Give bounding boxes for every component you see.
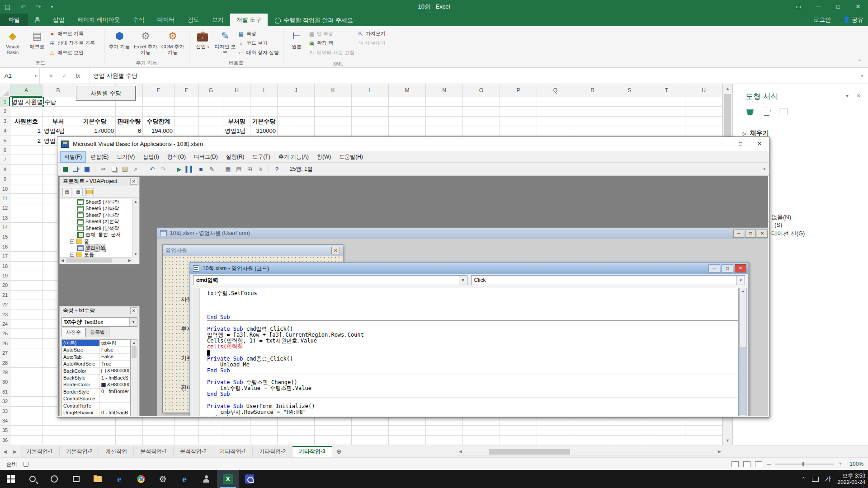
designer-restore-button[interactable]: □ [745,230,756,238]
cut-icon[interactable]: ✂ [99,165,108,174]
ribbon-tab-파일[interactable]: 파일 [0,14,28,26]
cell-M34[interactable] [389,416,426,426]
sheet-tab-기타작업-3[interactable]: 기타작업-3 [292,446,332,457]
cell-A2[interactable] [10,107,42,116]
row-header-11[interactable]: 11 [0,194,10,203]
cell-J3[interactable] [278,117,315,126]
cell-F3[interactable] [175,117,199,126]
addins-button[interactable]: ⬢ 추가 기능 [108,28,131,50]
sheet-tab-계산작업[interactable]: 계산작업 [99,446,134,457]
sheet-tab-기타작업-1[interactable]: 기타작업-1 [213,446,253,457]
object-selector-combo[interactable]: txt수량 TextBox ▾ [61,317,137,327]
cell-J36[interactable] [278,436,315,445]
designer-titlebar[interactable]: 10회.xlsm - 영업사원 (UserForm) ─ □ ✕ [157,228,768,239]
row-header-12[interactable]: 12 [0,203,10,213]
cell-L36[interactable] [352,436,389,445]
cell-T1[interactable] [648,97,685,107]
toggle-folders-icon[interactable] [85,188,94,196]
cell-J1[interactable] [278,97,315,107]
save-icon[interactable] [83,165,91,174]
cell-N4[interactable] [426,126,463,136]
property-value[interactable]: False [100,347,130,353]
cell-A27[interactable] [10,348,42,358]
vba-menu-실행(R)[interactable]: 실행(R) [222,152,248,162]
display-tray-icon[interactable] [812,477,819,482]
cell-N34[interactable] [426,416,463,426]
cell-A5[interactable]: 2 [10,136,42,145]
cell-P2[interactable] [500,107,537,116]
new-sheet-button[interactable]: ⊕ [332,446,346,457]
row-header-25[interactable]: 25 [0,329,10,338]
cell-A20[interactable] [10,281,42,290]
row-header-16[interactable]: 16 [0,242,10,252]
cell-R35[interactable] [574,426,611,435]
cell-A34[interactable] [10,416,42,426]
column-header-P[interactable]: P [500,84,537,97]
column-header-N[interactable]: N [426,84,463,97]
cell-F36[interactable] [175,436,199,445]
cell-C2[interactable] [74,107,116,116]
cell-K36[interactable] [315,436,352,445]
ribbon-tab-수식[interactable]: 수식 [127,14,151,26]
normal-view-icon[interactable] [731,461,739,467]
cell-I1[interactable] [250,97,278,107]
taskbar-icon-task-view[interactable] [65,470,87,488]
cell-A29[interactable] [10,368,42,377]
run-icon[interactable]: ▶ [175,165,184,174]
column-header-K[interactable]: K [315,84,352,97]
row-header-3[interactable]: 3 [0,117,10,126]
cell-Q4[interactable] [537,126,574,136]
row-header-20[interactable]: 20 [0,281,10,290]
row-header-35[interactable]: 35 [0,426,10,435]
property-row-ControlTipTe[interactable]: ControlTipTe [62,403,130,409]
cell-P1[interactable] [500,97,537,107]
properties-close-icon[interactable]: ✕ [130,307,137,314]
property-row-BorderColor[interactable]: BorderColor&H8000000 [62,381,130,388]
vba-menu-보기(V)[interactable]: 보기(V) [113,152,138,162]
taskbar-icon-cortana[interactable] [43,470,65,488]
column-header-M[interactable]: M [389,84,426,97]
insert-control-button[interactable]: 💼 삽입 ▾ [191,28,214,50]
cell-L34[interactable] [352,416,389,426]
property-value[interactable]: txt수량 [100,340,130,346]
row-header-29[interactable]: 29 [0,368,10,377]
cell-A19[interactable] [10,271,42,281]
expansion-packs-button[interactable]: ▣ 확장 팩 [308,38,333,48]
cell-A3[interactable]: 사원번호 [10,117,42,126]
column-header-I[interactable]: I [250,84,278,97]
cell-H2[interactable] [223,107,250,116]
reset-icon[interactable]: ■ [197,165,205,174]
cell-T34[interactable] [648,416,685,426]
cell-A11[interactable] [10,194,42,203]
zoom-slider[interactable] [775,464,834,465]
code-editor[interactable]: txt수량.SetFocus End Sub Private Sub cmd입력… [192,288,739,416]
record-macro-button[interactable]: ● 매크로 기록 [49,29,84,38]
pane-option-fragment[interactable]: 데이션 선(G) [771,230,805,238]
property-row-ControlSource[interactable]: ControlSource [62,395,130,402]
cell-C3[interactable]: 기본수당 [74,117,116,126]
row-header-27[interactable]: 27 [0,348,10,358]
cell-S2[interactable] [611,107,648,116]
tab-scroll-right-icon[interactable]: ▶ [10,446,20,457]
code-line[interactable]: cells(입력행 [207,344,738,350]
property-value[interactable]: 0 - fmBorder [100,389,130,395]
cell-A16[interactable] [10,242,42,252]
row-header-23[interactable]: 23 [0,310,10,319]
toolbar-options-icon[interactable]: ▾ [763,167,765,171]
cell-J35[interactable] [278,426,315,435]
properties-tab-사전순[interactable]: 사전순 [61,328,85,337]
properties-window-icon[interactable]: ▤ [235,165,243,174]
tree-expander-icon[interactable]: − [70,253,74,257]
refresh-data-button[interactable]: ↻ 데이터 새로 고침 [308,48,354,57]
cell-L3[interactable] [352,117,389,126]
zoom-out-icon[interactable]: ─ [767,461,771,467]
insert-function-icon[interactable]: fx [75,72,80,80]
code-line[interactable] [207,296,738,302]
view-code-button[interactable]: ⌕ 코드 보기 [238,38,268,48]
taskbar-icon-file-explorer[interactable] [87,470,108,488]
cell-K1[interactable] [315,97,352,107]
column-header-A[interactable]: A [10,84,42,97]
cell-T3[interactable] [648,117,685,126]
cancel-icon[interactable]: ✕ [49,73,53,79]
pane-option-fragment[interactable]: 없음(N) [771,213,791,221]
